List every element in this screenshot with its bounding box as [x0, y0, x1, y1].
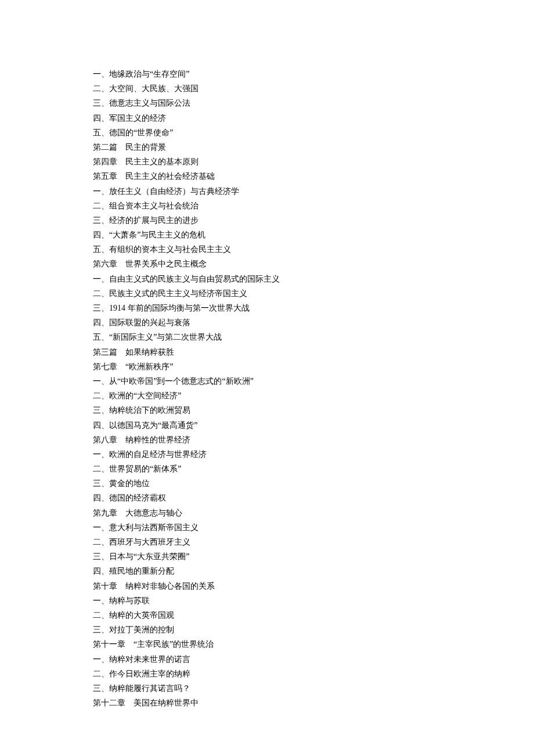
toc-line: 一、自由主义式的民族主义与自由贸易式的国际主义 — [93, 272, 441, 286]
toc-line: 二、民族主义式的民主主义与经济帝国主义 — [93, 286, 441, 301]
toc-line: 三、日本与“大东亚共荣圈” — [93, 549, 441, 564]
toc-line: 五、德国的“世界使命” — [93, 125, 441, 140]
toc-line: 四、德国的经济霸权 — [93, 491, 441, 505]
toc-line: 四、军国主义的经济 — [93, 111, 441, 125]
toc-line: 第十一章 “主宰民族”的世界统治 — [93, 637, 441, 651]
toc-line: 三、经济的扩展与民主的进步 — [93, 213, 441, 228]
toc-line: 二、欧洲的“大空间经济” — [93, 388, 441, 403]
toc-line: 二、大空间、大民族、大强国 — [93, 81, 441, 96]
toc-line: 一、欧洲的自足经济与世界经济 — [93, 447, 441, 462]
toc-line: 一、纳粹对未来世界的诺言 — [93, 652, 441, 667]
toc-line: 第二篇 民主的背景 — [93, 140, 441, 154]
toc-line: 四、“大萧条”与民主主义的危机 — [93, 228, 441, 242]
toc-line: 二、作今日欧洲主宰的纳粹 — [93, 667, 441, 681]
toc-line: 二、纳粹的大英帝国观 — [93, 608, 441, 622]
toc-line: 一、纳粹与苏联 — [93, 593, 441, 608]
toc-line: 第九章 大德意志与轴心 — [93, 506, 441, 520]
toc-line: 一、从“中欧帝国”到一个德意志式的“新欧洲” — [93, 374, 441, 388]
toc-line: 一、地缘政治与“生存空间” — [93, 67, 441, 81]
toc-line: 四、以德国马克为“最高通货” — [93, 418, 441, 433]
toc-line: 二、组合资本主义与社会统治 — [93, 199, 441, 213]
toc-line: 第三篇 如果纳粹获胜 — [93, 345, 441, 359]
toc-line: 五、“新国际主义”与第二次世界大战 — [93, 330, 441, 344]
toc-line: 第八章 纳粹性的世界经济 — [93, 433, 441, 447]
toc-line: 二、世界贸易的“新体系” — [93, 462, 441, 476]
toc-line: 一、意大利与法西斯帝国主义 — [93, 520, 441, 535]
toc-line: 一、放任主义（自由经济）与古典经济学 — [93, 184, 441, 199]
toc-line: 三、纳粹能履行其诺言吗？ — [93, 681, 441, 696]
toc-line: 四、殖民地的重新分配 — [93, 564, 441, 578]
toc-line: 五、有组织的资本主义与社会民主主义 — [93, 242, 441, 257]
toc-line: 三、纳粹统治下的欧洲贸易 — [93, 403, 441, 417]
toc-line: 三、对拉丁美洲的控制 — [93, 622, 441, 637]
document-page: 一、地缘政治与“生存空间” 二、大空间、大民族、大强国 三、德意志主义与国际公法… — [0, 0, 534, 756]
toc-line: 第十二章 美国在纳粹世界中 — [93, 696, 441, 710]
toc-line: 四、国际联盟的兴起与衰落 — [93, 315, 441, 330]
toc-line: 三、德意志主义与国际公法 — [93, 96, 441, 110]
toc-line: 第六章 世界关系中之民主概念 — [93, 257, 441, 271]
toc-line: 二、西班牙与大西班牙主义 — [93, 535, 441, 549]
toc-line: 第十章 纳粹对非轴心各国的关系 — [93, 579, 441, 593]
toc-line: 三、黄金的地位 — [93, 476, 441, 491]
toc-line: 第四章 民主主义的基本原则 — [93, 154, 441, 169]
toc-line: 第七章 “欧洲新秩序” — [93, 359, 441, 374]
toc-line: 三、1914 年前的国际均衡与第一次世界大战 — [93, 301, 441, 315]
toc-line: 第五章 民主主义的社会经济基础 — [93, 169, 441, 183]
